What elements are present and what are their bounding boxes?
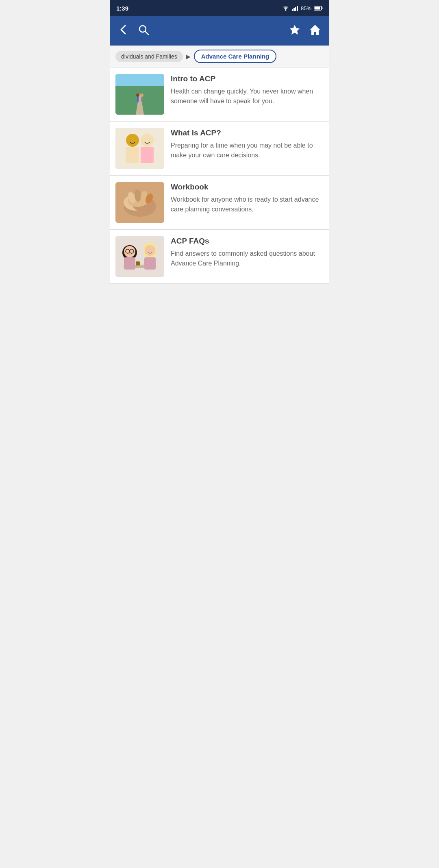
acp-faqs-desc: Find answers to commonly asked questions…	[171, 249, 324, 268]
svg-rect-16	[137, 97, 139, 102]
svg-marker-10	[290, 25, 300, 35]
what-is-acp-image	[115, 128, 164, 169]
what-is-acp-img-svg	[115, 128, 164, 169]
svg-point-17	[140, 94, 143, 97]
home-button[interactable]	[309, 24, 321, 39]
svg-line-9	[145, 31, 148, 35]
workbook-text: Workbook Workbook for anyone who is read…	[171, 182, 324, 214]
svg-rect-18	[141, 97, 143, 102]
intro-acp-image	[115, 74, 164, 115]
bottom-space	[110, 284, 329, 446]
what-is-acp-desc: Preparing for a time when you may not be…	[171, 141, 324, 160]
nav-left	[118, 24, 150, 39]
battery-percentage: 85%	[301, 5, 311, 11]
workbook-desc: Workbook for anyone who is ready to star…	[171, 195, 324, 214]
svg-rect-7	[315, 7, 320, 10]
acp-faqs-title: ACP FAQs	[171, 236, 324, 246]
breadcrumb-previous[interactable]: dividuals and Families	[115, 51, 183, 62]
signal-icon	[292, 5, 298, 11]
workbook-img-svg	[115, 182, 164, 223]
intro-acp-img-svg	[115, 74, 164, 115]
intro-acp-desc: Health can change quickly. You never kno…	[171, 87, 324, 106]
svg-rect-46	[144, 257, 156, 270]
status-bar: 1:39 85%	[110, 0, 329, 16]
svg-rect-1	[292, 9, 293, 11]
list-item-acp-faqs[interactable]: ACP FAQs Find answers to commonly asked …	[110, 230, 329, 284]
intro-acp-title: Intro to ACP	[171, 74, 324, 84]
acp-faqs-image	[115, 236, 164, 277]
svg-rect-20	[115, 128, 164, 169]
list-item-intro-acp[interactable]: Intro to ACP Health can change quickly. …	[110, 67, 329, 122]
nav-right	[289, 24, 321, 39]
svg-point-0	[285, 10, 286, 11]
svg-rect-6	[322, 7, 323, 9]
svg-point-45	[145, 245, 155, 256]
svg-point-23	[141, 134, 154, 147]
workbook-image	[115, 182, 164, 223]
svg-rect-22	[126, 147, 139, 163]
nav-bar	[110, 16, 329, 46]
svg-rect-4	[297, 6, 298, 11]
breadcrumb-bar: dividuals and Families ▶ Advance Care Pl…	[110, 46, 329, 67]
list-item-workbook[interactable]: Workbook Workbook for anyone who is read…	[110, 176, 329, 230]
svg-rect-3	[295, 7, 296, 11]
status-icons: 85%	[282, 5, 323, 11]
svg-rect-24	[141, 147, 154, 163]
what-is-acp-text: What is ACP? Preparing for a time when y…	[171, 128, 324, 160]
wifi-icon	[282, 5, 289, 11]
svg-rect-43	[124, 257, 135, 270]
what-is-acp-title: What is ACP?	[171, 128, 324, 138]
acp-faqs-img-svg	[115, 236, 164, 277]
back-button[interactable]	[118, 24, 129, 38]
svg-rect-37	[136, 261, 140, 265]
acp-faqs-text: ACP FAQs Find answers to commonly asked …	[171, 236, 324, 268]
list-item-what-is-acp[interactable]: What is ACP? Preparing for a time when y…	[110, 122, 329, 176]
battery-icon	[314, 6, 323, 11]
workbook-title: Workbook	[171, 182, 324, 192]
intro-acp-text: Intro to ACP Health can change quickly. …	[171, 74, 324, 106]
breadcrumb-current[interactable]: Advance Care Planning	[194, 50, 277, 63]
search-button[interactable]	[137, 24, 150, 39]
content-list: Intro to ACP Health can change quickly. …	[110, 67, 329, 284]
svg-point-21	[126, 134, 139, 147]
favorite-button[interactable]	[289, 24, 301, 39]
svg-point-15	[136, 94, 139, 97]
breadcrumb-arrow: ▶	[186, 53, 191, 60]
status-time: 1:39	[116, 5, 128, 12]
svg-rect-35	[115, 236, 164, 277]
svg-rect-2	[293, 8, 295, 11]
